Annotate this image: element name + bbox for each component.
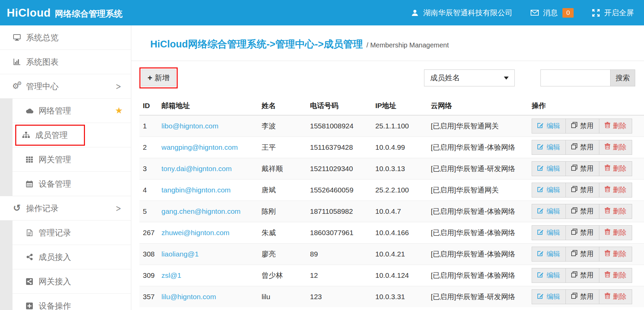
search-input[interactable] bbox=[540, 69, 610, 86]
sidebar-item-network-management[interactable]: 网络管理 ★ bbox=[13, 99, 131, 123]
delete-button[interactable]: 删除 bbox=[599, 161, 632, 176]
member-email-link[interactable]: zsl@1 bbox=[161, 271, 181, 279]
edit-icon bbox=[537, 165, 544, 173]
cell-email: tangbin@hignton.com bbox=[158, 179, 258, 201]
cell-network: [已启用]华辰智通-体验网络 bbox=[427, 137, 528, 158]
breadcrumb: HiCloud网络综合管理系统->管理中心->成员管理 bbox=[150, 39, 363, 49]
history-icon: ↺ bbox=[12, 204, 22, 213]
toolbar: + 新增 成员姓名 搜索 bbox=[131, 61, 644, 94]
disable-button[interactable]: 禁用 bbox=[565, 183, 599, 198]
clone-icon bbox=[571, 271, 577, 279]
member-email-link[interactable]: liaoliang@1 bbox=[161, 250, 199, 258]
sidebar-item-system-overview[interactable]: 系统总览 bbox=[0, 25, 131, 50]
cell-actions: 编辑 禁用 删除 bbox=[528, 265, 644, 286]
disable-button[interactable]: 禁用 bbox=[565, 268, 599, 283]
sidebar-item-device-operations[interactable]: 设备操作 bbox=[13, 294, 131, 310]
sidebar-item-operation-records[interactable]: ↺ 操作记录 > bbox=[0, 196, 131, 221]
bar-chart-icon bbox=[12, 59, 22, 65]
row-action-group: 编辑 禁用 删除 bbox=[532, 204, 644, 219]
disable-button[interactable]: 禁用 bbox=[565, 225, 599, 240]
trash-icon bbox=[605, 229, 610, 236]
member-email-link[interactable]: lilu@hignton.com bbox=[161, 293, 216, 301]
member-email-link[interactable]: tony.dai@hignton.com bbox=[161, 165, 232, 172]
header-ip: IP地址 bbox=[372, 96, 427, 115]
cell-id: 1 bbox=[139, 115, 158, 137]
edit-button[interactable]: 编辑 bbox=[532, 140, 566, 155]
edit-button[interactable]: 编辑 bbox=[532, 119, 566, 133]
main-content: HiCloud网络综合管理系统->管理中心->成员管理 / Membership… bbox=[131, 25, 644, 310]
sidebar-item-admin-records[interactable]: 管理记录 bbox=[13, 221, 131, 245]
member-email-link[interactable]: wangping@hignton.com bbox=[161, 143, 238, 151]
cell-actions: 编辑 禁用 删除 bbox=[528, 286, 644, 307]
delete-button[interactable]: 删除 bbox=[599, 119, 632, 133]
member-email-link[interactable]: zhuwei@hignton.com bbox=[161, 229, 229, 236]
cell-name: 廖亮 bbox=[258, 243, 307, 265]
sidebar-item-member-management[interactable]: 成员管理 bbox=[13, 123, 131, 147]
disable-button[interactable]: 禁用 bbox=[565, 289, 599, 304]
sidebar-item-device-management[interactable]: 设备管理 bbox=[13, 172, 131, 196]
delete-button[interactable]: 删除 bbox=[599, 268, 632, 283]
cell-id: 309 bbox=[139, 265, 158, 286]
edit-button[interactable]: 编辑 bbox=[532, 204, 566, 219]
edit-icon bbox=[537, 122, 544, 130]
company-menu[interactable]: 湖南华辰智通科技有限公司 bbox=[410, 8, 512, 18]
messages-label: 消息 bbox=[543, 8, 558, 18]
sidebar-item-gateway-management[interactable]: 网关管理 bbox=[13, 147, 131, 172]
edit-icon bbox=[537, 293, 544, 301]
disable-button[interactable]: 禁用 bbox=[565, 119, 599, 133]
sidebar-item-system-charts[interactable]: 系统图表 bbox=[0, 50, 131, 74]
sidebar-item-label: 网络管理 bbox=[39, 105, 71, 116]
disable-button[interactable]: 禁用 bbox=[565, 247, 599, 262]
cell-network: [已启用]华辰智通-体验网络 bbox=[427, 201, 528, 222]
delete-button[interactable]: 删除 bbox=[599, 183, 632, 198]
add-button[interactable]: + 新增 bbox=[141, 69, 176, 86]
sidebar-item-label: 系统总览 bbox=[26, 32, 59, 43]
disable-button[interactable]: 禁用 bbox=[565, 204, 599, 219]
search-button[interactable]: 搜索 bbox=[610, 69, 635, 86]
cell-actions: 编辑 禁用 删除 bbox=[528, 158, 644, 179]
cell-ip: 10.0.4.7 bbox=[372, 201, 427, 222]
annotation-box-add-button: + 新增 bbox=[139, 67, 178, 88]
search-group: 搜索 bbox=[540, 69, 635, 86]
cell-network: [已启用]华辰智通-体验网络 bbox=[427, 243, 528, 265]
sidebar-item-admin-center[interactable]: ⚙⚙ 管理中心 > bbox=[0, 74, 131, 99]
member-email-link[interactable]: tangbin@hignton.com bbox=[161, 186, 231, 194]
cell-ip: 10.0.4.21 bbox=[372, 243, 427, 265]
navbar-right: 湖南华辰智通科技有限公司 消息 0 开启全屏 bbox=[410, 8, 634, 18]
fullscreen-toggle[interactable]: 开启全屏 bbox=[591, 8, 634, 18]
table-row: 5 gang.chen@hignton.com 陈刚 18711058982 1… bbox=[139, 201, 644, 222]
filter-select[interactable]: 成员姓名 bbox=[424, 69, 515, 86]
delete-button[interactable]: 删除 bbox=[599, 140, 632, 155]
edit-button[interactable]: 编辑 bbox=[532, 161, 566, 176]
calendar-icon bbox=[25, 181, 34, 187]
messages-menu[interactable]: 消息 0 bbox=[530, 8, 574, 18]
cell-ip: 10.0.4.99 bbox=[372, 137, 427, 158]
member-email-link[interactable]: libo@hignton.com bbox=[161, 122, 218, 130]
edit-button[interactable]: 编辑 bbox=[532, 289, 566, 304]
sidebar-item-gateway-access[interactable]: 网关接入 bbox=[13, 269, 131, 294]
delete-button[interactable]: 删除 bbox=[599, 204, 632, 219]
header-id: ID bbox=[139, 96, 158, 115]
disable-button[interactable]: 禁用 bbox=[565, 161, 599, 176]
cell-network: [已启用]华辰智通-研发网络 bbox=[427, 286, 528, 307]
member-email-link[interactable]: gang.chen@hignton.com bbox=[161, 207, 241, 215]
operation-records-submenu: 管理记录 成员接入 网关接入 设备操作 bbox=[0, 221, 131, 310]
disable-button[interactable]: 禁用 bbox=[565, 140, 599, 155]
star-icon: ★ bbox=[115, 105, 123, 116]
cell-phone: 15581008924 bbox=[307, 115, 372, 137]
clone-icon bbox=[571, 143, 577, 151]
edit-button[interactable]: 编辑 bbox=[532, 247, 566, 262]
edit-icon bbox=[537, 207, 544, 215]
sidebar-item-label: 管理记录 bbox=[39, 227, 71, 238]
app-logo[interactable]: HiCloud 网络综合管理系统 bbox=[7, 6, 123, 19]
delete-button[interactable]: 删除 bbox=[599, 289, 632, 304]
header-actions: 操作 bbox=[528, 96, 644, 115]
cell-network: [已启用]华辰智通网关 bbox=[427, 179, 528, 201]
edit-button[interactable]: 编辑 bbox=[532, 268, 566, 283]
cell-email: gang.chen@hignton.com bbox=[158, 201, 258, 222]
delete-button[interactable]: 删除 bbox=[599, 225, 632, 240]
edit-button[interactable]: 编辑 bbox=[532, 183, 566, 198]
delete-button[interactable]: 删除 bbox=[599, 247, 632, 262]
edit-button[interactable]: 编辑 bbox=[532, 225, 566, 240]
sidebar-item-member-access[interactable]: 成员接入 bbox=[13, 245, 131, 269]
